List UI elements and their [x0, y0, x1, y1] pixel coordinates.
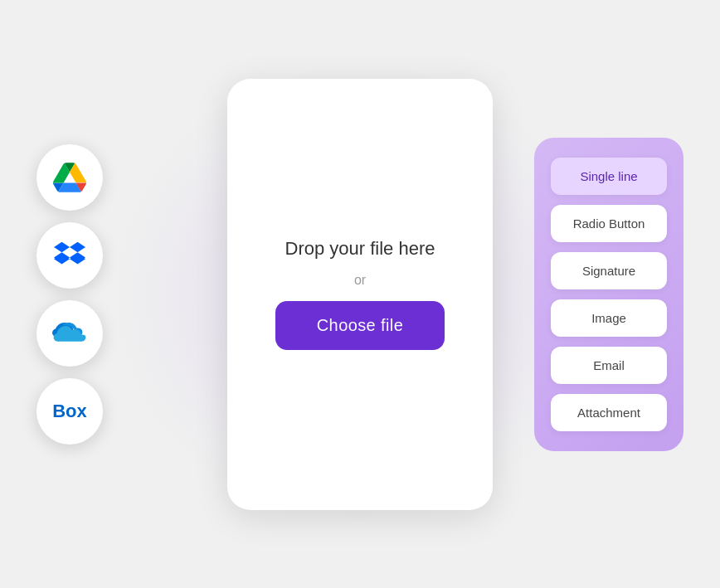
main-scene: Box Drop your file here or Choose file S… — [36, 37, 684, 552]
box-provider-icon[interactable]: Box — [36, 378, 103, 445]
cloud-providers-column: Box — [36, 144, 103, 445]
choose-file-button[interactable]: Choose file — [275, 301, 445, 350]
dropbox-icon[interactable] — [36, 222, 103, 289]
or-text: or — [354, 273, 366, 288]
onedrive-icon[interactable] — [36, 300, 103, 367]
google-drive-icon[interactable] — [36, 144, 103, 211]
field-types-panel: Single line Radio Button Signature Image… — [534, 138, 684, 451]
field-type-email[interactable]: Email — [551, 347, 667, 384]
field-type-radio-button[interactable]: Radio Button — [551, 205, 667, 242]
field-type-single-line[interactable]: Single line — [551, 158, 667, 195]
field-type-attachment[interactable]: Attachment — [551, 394, 667, 431]
box-logo-text: Box — [52, 401, 87, 422]
field-type-signature[interactable]: Signature — [551, 252, 667, 289]
field-type-image[interactable]: Image — [551, 299, 667, 337]
drop-text: Drop your file here — [285, 238, 435, 260]
upload-card: Drop your file here or Choose file — [227, 79, 493, 510]
